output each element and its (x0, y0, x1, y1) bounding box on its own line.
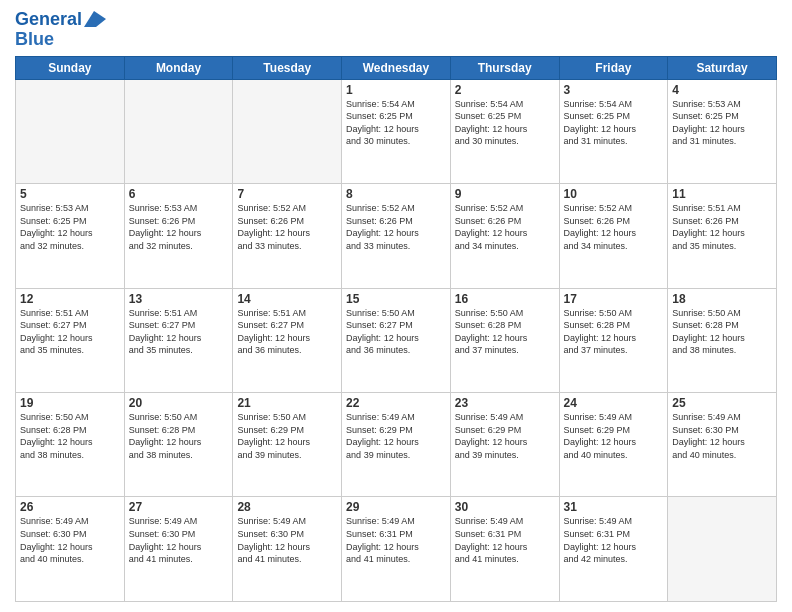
calendar-cell: 22Sunrise: 5:49 AMSunset: 6:29 PMDayligh… (342, 393, 451, 497)
calendar-cell: 30Sunrise: 5:49 AMSunset: 6:31 PMDayligh… (450, 497, 559, 602)
day-info: Sunrise: 5:50 AMSunset: 6:28 PMDaylight:… (20, 411, 120, 461)
day-info: Sunrise: 5:49 AMSunset: 6:31 PMDaylight:… (564, 515, 664, 565)
day-info: Sunrise: 5:50 AMSunset: 6:28 PMDaylight:… (129, 411, 229, 461)
calendar-cell (124, 79, 233, 183)
day-number: 19 (20, 396, 120, 410)
day-number: 23 (455, 396, 555, 410)
day-info: Sunrise: 5:50 AMSunset: 6:29 PMDaylight:… (237, 411, 337, 461)
calendar-cell: 25Sunrise: 5:49 AMSunset: 6:30 PMDayligh… (668, 393, 777, 497)
calendar-cell: 16Sunrise: 5:50 AMSunset: 6:28 PMDayligh… (450, 288, 559, 392)
day-number: 8 (346, 187, 446, 201)
day-info: Sunrise: 5:49 AMSunset: 6:30 PMDaylight:… (672, 411, 772, 461)
weekday-header: Wednesday (342, 56, 451, 79)
weekday-header: Sunday (16, 56, 125, 79)
day-info: Sunrise: 5:54 AMSunset: 6:25 PMDaylight:… (346, 98, 446, 148)
calendar-cell: 6Sunrise: 5:53 AMSunset: 6:26 PMDaylight… (124, 184, 233, 288)
calendar-cell: 19Sunrise: 5:50 AMSunset: 6:28 PMDayligh… (16, 393, 125, 497)
day-info: Sunrise: 5:49 AMSunset: 6:31 PMDaylight:… (455, 515, 555, 565)
day-info: Sunrise: 5:51 AMSunset: 6:27 PMDaylight:… (20, 307, 120, 357)
calendar-cell (233, 79, 342, 183)
day-number: 22 (346, 396, 446, 410)
day-info: Sunrise: 5:53 AMSunset: 6:25 PMDaylight:… (20, 202, 120, 252)
calendar-cell: 29Sunrise: 5:49 AMSunset: 6:31 PMDayligh… (342, 497, 451, 602)
day-info: Sunrise: 5:49 AMSunset: 6:30 PMDaylight:… (237, 515, 337, 565)
day-number: 11 (672, 187, 772, 201)
day-info: Sunrise: 5:50 AMSunset: 6:27 PMDaylight:… (346, 307, 446, 357)
logo-text: General (15, 10, 82, 30)
day-info: Sunrise: 5:52 AMSunset: 6:26 PMDaylight:… (237, 202, 337, 252)
day-info: Sunrise: 5:50 AMSunset: 6:28 PMDaylight:… (564, 307, 664, 357)
calendar-cell: 2Sunrise: 5:54 AMSunset: 6:25 PMDaylight… (450, 79, 559, 183)
day-number: 15 (346, 292, 446, 306)
logo: General Blue (15, 10, 106, 50)
calendar-cell: 17Sunrise: 5:50 AMSunset: 6:28 PMDayligh… (559, 288, 668, 392)
svg-marker-0 (84, 11, 106, 27)
page: General Blue SundayMondayTuesdayWednesda… (0, 0, 792, 612)
day-info: Sunrise: 5:53 AMSunset: 6:25 PMDaylight:… (672, 98, 772, 148)
day-number: 16 (455, 292, 555, 306)
calendar-cell: 20Sunrise: 5:50 AMSunset: 6:28 PMDayligh… (124, 393, 233, 497)
calendar-cell: 18Sunrise: 5:50 AMSunset: 6:28 PMDayligh… (668, 288, 777, 392)
calendar-cell: 28Sunrise: 5:49 AMSunset: 6:30 PMDayligh… (233, 497, 342, 602)
weekday-header: Friday (559, 56, 668, 79)
day-info: Sunrise: 5:51 AMSunset: 6:27 PMDaylight:… (237, 307, 337, 357)
day-number: 25 (672, 396, 772, 410)
calendar-cell: 27Sunrise: 5:49 AMSunset: 6:30 PMDayligh… (124, 497, 233, 602)
day-number: 7 (237, 187, 337, 201)
day-number: 2 (455, 83, 555, 97)
calendar-cell: 8Sunrise: 5:52 AMSunset: 6:26 PMDaylight… (342, 184, 451, 288)
calendar-cell (668, 497, 777, 602)
day-number: 6 (129, 187, 229, 201)
day-info: Sunrise: 5:54 AMSunset: 6:25 PMDaylight:… (455, 98, 555, 148)
day-info: Sunrise: 5:52 AMSunset: 6:26 PMDaylight:… (455, 202, 555, 252)
calendar-table: SundayMondayTuesdayWednesdayThursdayFrid… (15, 56, 777, 602)
calendar-cell: 1Sunrise: 5:54 AMSunset: 6:25 PMDaylight… (342, 79, 451, 183)
calendar-cell: 23Sunrise: 5:49 AMSunset: 6:29 PMDayligh… (450, 393, 559, 497)
calendar-cell: 4Sunrise: 5:53 AMSunset: 6:25 PMDaylight… (668, 79, 777, 183)
logo-icon (84, 11, 106, 27)
day-info: Sunrise: 5:52 AMSunset: 6:26 PMDaylight:… (564, 202, 664, 252)
day-number: 31 (564, 500, 664, 514)
day-number: 30 (455, 500, 555, 514)
day-number: 29 (346, 500, 446, 514)
calendar-cell: 13Sunrise: 5:51 AMSunset: 6:27 PMDayligh… (124, 288, 233, 392)
day-info: Sunrise: 5:49 AMSunset: 6:31 PMDaylight:… (346, 515, 446, 565)
calendar-cell: 15Sunrise: 5:50 AMSunset: 6:27 PMDayligh… (342, 288, 451, 392)
day-number: 18 (672, 292, 772, 306)
day-number: 26 (20, 500, 120, 514)
day-info: Sunrise: 5:51 AMSunset: 6:26 PMDaylight:… (672, 202, 772, 252)
day-number: 20 (129, 396, 229, 410)
day-info: Sunrise: 5:49 AMSunset: 6:29 PMDaylight:… (564, 411, 664, 461)
day-info: Sunrise: 5:49 AMSunset: 6:29 PMDaylight:… (346, 411, 446, 461)
calendar-cell: 21Sunrise: 5:50 AMSunset: 6:29 PMDayligh… (233, 393, 342, 497)
day-info: Sunrise: 5:49 AMSunset: 6:29 PMDaylight:… (455, 411, 555, 461)
day-info: Sunrise: 5:51 AMSunset: 6:27 PMDaylight:… (129, 307, 229, 357)
day-number: 14 (237, 292, 337, 306)
weekday-header: Monday (124, 56, 233, 79)
day-number: 27 (129, 500, 229, 514)
day-number: 17 (564, 292, 664, 306)
day-number: 1 (346, 83, 446, 97)
calendar-cell: 10Sunrise: 5:52 AMSunset: 6:26 PMDayligh… (559, 184, 668, 288)
day-info: Sunrise: 5:50 AMSunset: 6:28 PMDaylight:… (672, 307, 772, 357)
weekday-header: Thursday (450, 56, 559, 79)
calendar-cell: 24Sunrise: 5:49 AMSunset: 6:29 PMDayligh… (559, 393, 668, 497)
day-info: Sunrise: 5:49 AMSunset: 6:30 PMDaylight:… (20, 515, 120, 565)
calendar-cell: 26Sunrise: 5:49 AMSunset: 6:30 PMDayligh… (16, 497, 125, 602)
day-info: Sunrise: 5:52 AMSunset: 6:26 PMDaylight:… (346, 202, 446, 252)
calendar-cell: 5Sunrise: 5:53 AMSunset: 6:25 PMDaylight… (16, 184, 125, 288)
day-number: 3 (564, 83, 664, 97)
header: General Blue (15, 10, 777, 50)
day-info: Sunrise: 5:50 AMSunset: 6:28 PMDaylight:… (455, 307, 555, 357)
calendar-cell: 11Sunrise: 5:51 AMSunset: 6:26 PMDayligh… (668, 184, 777, 288)
calendar-cell: 12Sunrise: 5:51 AMSunset: 6:27 PMDayligh… (16, 288, 125, 392)
day-number: 9 (455, 187, 555, 201)
day-number: 12 (20, 292, 120, 306)
calendar-cell: 7Sunrise: 5:52 AMSunset: 6:26 PMDaylight… (233, 184, 342, 288)
day-info: Sunrise: 5:53 AMSunset: 6:26 PMDaylight:… (129, 202, 229, 252)
calendar-cell: 9Sunrise: 5:52 AMSunset: 6:26 PMDaylight… (450, 184, 559, 288)
logo-blue-text: Blue (15, 30, 54, 50)
day-number: 10 (564, 187, 664, 201)
calendar-cell: 14Sunrise: 5:51 AMSunset: 6:27 PMDayligh… (233, 288, 342, 392)
calendar-cell (16, 79, 125, 183)
